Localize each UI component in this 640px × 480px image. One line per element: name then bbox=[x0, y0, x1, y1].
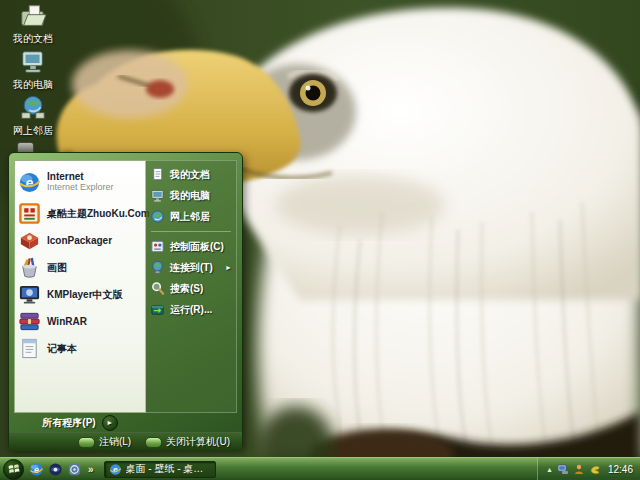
kmplayer-icon bbox=[18, 283, 41, 306]
taskbar-task-button[interactable]: e 桌面 - 壁纸 - 桌酷... bbox=[104, 461, 216, 478]
start-menu: e Internet Internet Explorer bbox=[8, 152, 243, 449]
menu-item-my-computer[interactable]: 我的电脑 bbox=[146, 185, 236, 206]
quick-launch-bar: e » bbox=[29, 462, 96, 477]
internet-explorer-quicklaunch-icon[interactable]: e bbox=[29, 462, 44, 477]
tray-collapse-arrow-icon[interactable]: ▲ bbox=[546, 466, 553, 473]
all-programs-label: 所有程序(P) bbox=[42, 416, 95, 430]
desktop-icon-my-computer[interactable]: 我的电脑 bbox=[3, 49, 63, 90]
svg-text:e: e bbox=[26, 175, 34, 190]
control-panel-icon bbox=[150, 239, 165, 254]
start-button[interactable] bbox=[3, 459, 24, 480]
menu-item-zhuoku-theme[interactable]: 桌酷主题ZhuoKu.Com bbox=[15, 200, 145, 227]
desktop-icon-network-places[interactable]: 网上邻居 bbox=[3, 95, 63, 136]
menu-item-network-places[interactable]: 网上邻居 bbox=[146, 206, 236, 227]
network-tray-icon[interactable] bbox=[557, 463, 569, 475]
my-documents-icon bbox=[18, 3, 48, 31]
connect-to-icon bbox=[150, 260, 165, 275]
menu-item-notepad[interactable]: 记事本 bbox=[15, 335, 145, 362]
menu-item-label: Internet bbox=[47, 171, 114, 182]
notepad-icon bbox=[18, 337, 41, 360]
desktop-screen: 我的文档 我的电脑 网上邻居 bbox=[0, 0, 640, 480]
menu-item-label: KMPlayer中文版 bbox=[47, 289, 123, 300]
windows-flag-icon bbox=[8, 463, 20, 475]
menu-item-label: 搜索(S) bbox=[170, 282, 203, 296]
shut-down-button[interactable]: 关闭计算机(U) bbox=[145, 435, 230, 449]
desktop-icon-label: 我的电脑 bbox=[3, 79, 63, 90]
submenu-arrow-icon: ► bbox=[225, 264, 232, 271]
menu-item-run[interactable]: 运行(R)... bbox=[146, 299, 236, 320]
menu-item-label: 记事本 bbox=[47, 343, 77, 354]
shut-down-icon bbox=[145, 437, 162, 448]
task-button-label: 桌面 - 壁纸 - 桌酷... bbox=[126, 462, 211, 476]
internet-explorer-icon: e bbox=[18, 171, 41, 194]
network-icon bbox=[150, 209, 165, 224]
log-off-label: 注销(L) bbox=[99, 435, 131, 449]
documents-icon bbox=[150, 167, 165, 182]
menu-item-label: 连接到(T) bbox=[170, 261, 213, 275]
menu-item-control-panel[interactable]: 控制面板(C) bbox=[146, 236, 236, 257]
search-icon bbox=[150, 281, 165, 296]
start-menu-right-panel: 我的文档 我的电脑 bbox=[146, 160, 237, 413]
taskbar: e » e 桌面 - 壁纸 - 桌酷... bbox=[0, 457, 640, 480]
taskbar-clock[interactable]: 12:46 bbox=[608, 464, 633, 475]
all-programs-arrow-icon: ► bbox=[102, 415, 118, 431]
desktop-icon-label: 网上邻居 bbox=[3, 125, 63, 136]
menu-item-label: 桌酷主题ZhuoKu.Com bbox=[47, 208, 150, 219]
menu-separator bbox=[151, 231, 231, 232]
menu-item-paint[interactable]: 画图 bbox=[15, 254, 145, 281]
quick-launch-overflow-chevron[interactable]: » bbox=[88, 464, 94, 475]
paint-icon bbox=[18, 256, 41, 279]
svg-text:e: e bbox=[113, 465, 118, 474]
network-places-icon bbox=[18, 95, 48, 123]
winrar-icon bbox=[18, 310, 41, 333]
internet-explorer-icon: e bbox=[109, 463, 122, 476]
menu-item-label: 我的文档 bbox=[170, 168, 210, 182]
menu-item-iconpackager[interactable]: IconPackager bbox=[15, 227, 145, 254]
menu-item-sublabel: Internet Explorer bbox=[47, 182, 114, 193]
menu-item-label: 运行(R)... bbox=[170, 303, 212, 317]
orange-app-tray-icon[interactable] bbox=[573, 463, 585, 475]
menu-item-my-documents[interactable]: 我的文档 bbox=[146, 164, 236, 185]
menu-item-label: 网上邻居 bbox=[170, 210, 210, 224]
menu-item-label: 我的电脑 bbox=[170, 189, 210, 203]
menu-item-search[interactable]: 搜索(S) bbox=[146, 278, 236, 299]
start-menu-footer: 注销(L) 关闭计算机(U) bbox=[9, 432, 242, 451]
my-computer-icon bbox=[18, 49, 48, 77]
menu-item-label: 控制面板(C) bbox=[170, 240, 224, 254]
zhuoku-theme-icon bbox=[18, 202, 41, 225]
log-off-icon bbox=[78, 437, 95, 448]
media-player-quicklaunch-icon[interactable] bbox=[48, 462, 63, 477]
start-menu-panels: e Internet Internet Explorer bbox=[14, 160, 237, 413]
iconpackager-icon bbox=[18, 229, 41, 252]
browser-quicklaunch-icon[interactable] bbox=[67, 462, 82, 477]
menu-item-label: WinRAR bbox=[47, 316, 87, 327]
desktop-icon-my-documents[interactable]: 我的文档 bbox=[3, 3, 63, 44]
log-off-button[interactable]: 注销(L) bbox=[78, 435, 131, 449]
menu-item-internet[interactable]: e Internet Internet Explorer bbox=[15, 164, 145, 200]
menu-item-kmplayer[interactable]: KMPlayer中文版 bbox=[15, 281, 145, 308]
system-tray: ▲ 12:46 bbox=[537, 458, 640, 480]
input-method-tray-icon[interactable] bbox=[589, 463, 601, 475]
menu-item-winrar[interactable]: WinRAR bbox=[15, 308, 145, 335]
menu-item-connect-to[interactable]: 连接到(T) ► bbox=[146, 257, 236, 278]
desktop-icon-label: 我的文档 bbox=[3, 33, 63, 44]
shut-down-label: 关闭计算机(U) bbox=[166, 435, 230, 449]
all-programs-button[interactable]: 所有程序(P) ► bbox=[14, 413, 146, 432]
menu-item-label: 画图 bbox=[47, 262, 67, 273]
computer-icon bbox=[150, 188, 165, 203]
start-menu-left-panel: e Internet Internet Explorer bbox=[14, 160, 146, 413]
svg-text:e: e bbox=[34, 464, 39, 474]
menu-item-label: IconPackager bbox=[47, 235, 112, 246]
run-icon bbox=[150, 302, 165, 317]
